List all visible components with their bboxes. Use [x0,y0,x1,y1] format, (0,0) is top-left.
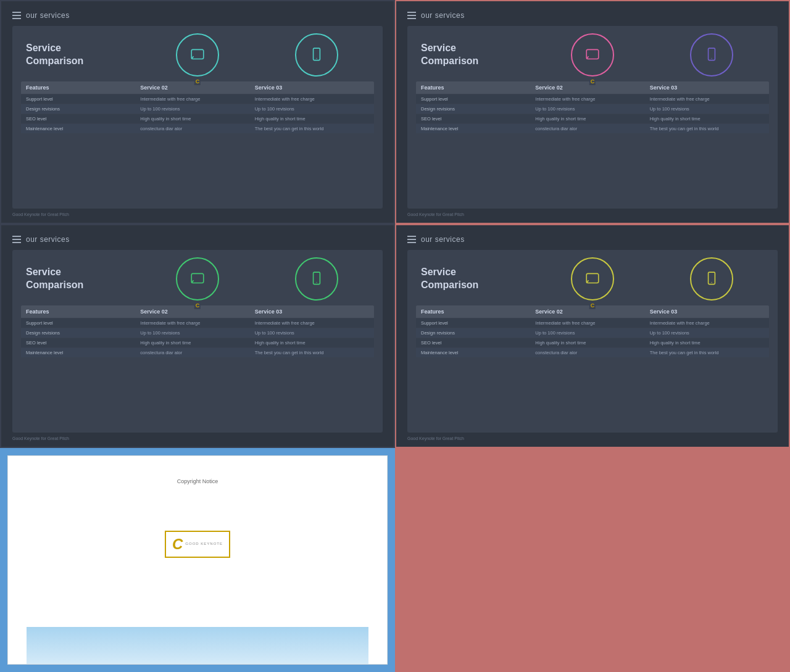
table-rows-3: Support level Intermediate with free cha… [21,318,374,357]
service-03-icon-block [260,33,374,77]
menu-icon-3 [12,236,21,243]
service-02-circle-2 [571,33,614,77]
logo-text-group: GOOD KEYNOTE [185,542,223,546]
copyright-text: Copyright Notice [177,478,218,484]
slide-2-header: our services [407,11,778,20]
feature-label: SEO level [26,116,140,122]
service-03-circle-2 [690,33,733,77]
service-title-text-4: ServiceComparison [421,266,478,292]
table-row: Support level Intermediate with free cha… [21,94,374,104]
comparison-table-1: Features Service 02 Service 03 Support l… [21,81,374,204]
slide-2-content: ServiceComparison C [407,26,778,209]
slide-4-title: our services [421,235,465,244]
logo-badge-1: C [194,78,201,85]
chat-icon-3 [189,271,206,287]
service-03-icon-block-4 [655,257,769,301]
table-row: SEO level High quality in short time Hig… [416,114,769,123]
tablet-icon-3 [309,271,325,287]
service02-value: Up to 100 revisions [140,106,254,112]
slide-1-content: ServiceComparison C [12,26,383,209]
svg-rect-6 [191,273,204,283]
chat-icon-2 [584,47,601,63]
slide-3-content: ServiceComparison C [12,250,383,433]
menu-icon-4 [407,236,416,243]
header-features-2: Features [421,85,535,91]
table-row: Design revisions Up to 100 revisions Up … [21,104,374,114]
tablet-icon-4 [704,271,720,287]
header-service02: Service 02 [140,85,254,91]
feature-label: Maintenance level [26,126,140,131]
service-comparison-label-4: ServiceComparison [416,261,530,297]
header-service03-2: Service 03 [650,85,764,91]
menu-icon [12,12,21,19]
service-03-circle-4 [690,257,733,301]
service-02-icon-block-3: C [140,257,254,301]
table-rows-2: Support level Intermediate with free cha… [416,94,769,133]
service-02-circle-3 [176,257,219,301]
slide-1-top: ServiceComparison C [21,33,374,77]
slide-2-title: our services [421,11,465,20]
table-row: Design revisions Up to 100 revisions Up … [416,328,769,338]
table-rows-1: Support level Intermediate with free cha… [21,94,374,133]
service-02-circle-4 [571,257,614,301]
slide-2-footer: Good Keynote for Great Pitch [407,212,778,217]
header-service03: Service 03 [255,85,369,91]
service-02-circle [176,33,219,77]
service-comparison-label-3: ServiceComparison [21,261,135,297]
logo-badge-2: C [589,78,596,85]
copyright-text-area: Copyright Notice [27,475,368,486]
header-service02-2: Service 02 [535,85,649,91]
slide-1-title: our services [26,11,70,20]
menu-icon-2 [407,12,416,19]
service-comparison-label-2: ServiceComparison [416,37,530,73]
comparison-table-4: Features Service 02 Service 03 Support l… [416,305,769,428]
service03-value: The best you can get in this world [255,126,369,131]
service-title-text-2: ServiceComparison [421,42,478,68]
logo-badge-4: C [589,302,596,309]
service03-value: High quality in short time [255,116,369,122]
slide-1-footer: Good Keynote for Great Pitch [12,212,383,217]
logo-area: C GOOD KEYNOTE [165,531,230,558]
table-row: Support level Intermediate with free cha… [416,318,769,328]
service03-value: Intermediate with free charge [255,96,369,102]
copyright-slide: Copyright Notice C GOOD KEYNOTE [7,455,388,665]
table-row: Support level Intermediate with free cha… [416,94,769,104]
slide-3-footer: Good Keynote for Great Pitch [12,436,383,441]
logo-sub: GOOD KEYNOTE [185,542,223,546]
blue-frame-container: Copyright Notice C GOOD KEYNOTE [0,448,395,672]
pink-background-area [395,448,790,672]
slide-2-top: ServiceComparison C [416,33,769,77]
service-03-circle [295,33,338,77]
service02-value: High quality in short time [140,116,254,122]
slide-4-content: ServiceComparison C [407,250,778,433]
chat-icon-4 [584,271,601,287]
service-comparison-label: ServiceComparison [21,37,135,73]
table-row: SEO level High quality in short time Hig… [21,338,374,347]
slide-4-top: ServiceComparison C [416,257,769,301]
logo-box: C GOOD KEYNOTE [165,531,230,558]
tablet-icon [309,47,325,63]
slide-1-header: our services [12,11,383,20]
feature-label: Support level [26,96,140,102]
table-rows-4: Support level Intermediate with free cha… [416,318,769,357]
table-row: SEO level High quality in short time Hig… [416,338,769,347]
slide-1: our services ServiceComparison C [0,0,395,224]
service03-value: Up to 100 revisions [255,106,369,112]
tablet-icon-2 [704,47,720,63]
table-row: Maintenance level constectura diar alor … [21,124,374,133]
table-row: Maintenance level constectura diar alor … [21,348,374,357]
logo-badge-3: C [194,302,201,309]
chat-icon [189,47,206,63]
slide-3-title: our services [26,235,70,244]
header-features: Features [26,85,140,91]
svg-rect-0 [191,49,204,59]
service-02-icon-block-4: C [535,257,649,301]
bottom-gradient [27,627,368,664]
table-row: Maintenance level constectura diar alor … [416,124,769,133]
table-row: SEO level High quality in short time Hig… [21,114,374,123]
service-02-icon-block-2: C [535,33,649,77]
table-row: Design revisions Up to 100 revisions Up … [416,104,769,114]
slide-4: our services ServiceComparison C [395,224,790,448]
slide-3-header: our services [12,235,383,244]
feature-label: Design revisions [26,106,140,112]
